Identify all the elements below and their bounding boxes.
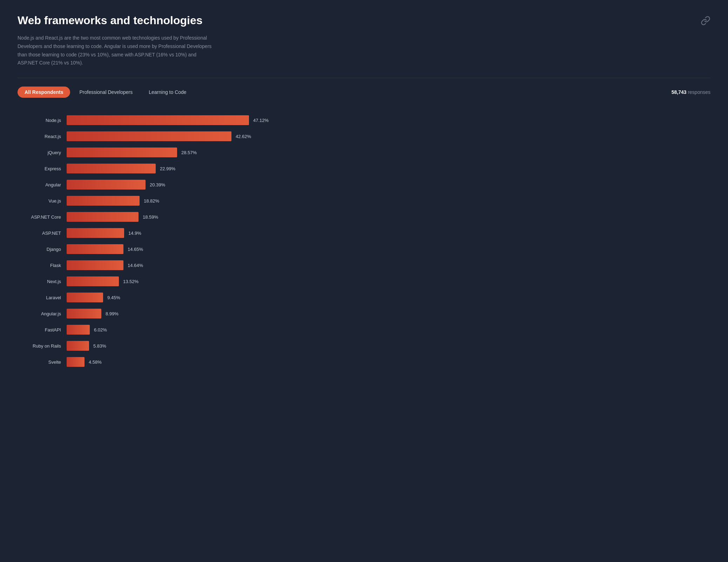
chart-row: Flask14.64%: [18, 260, 710, 270]
bar-value: 22.99%: [160, 166, 175, 171]
chart-row: Next.js13.52%: [18, 276, 710, 286]
page-description: Node.js and React.js are the two most co…: [18, 34, 214, 67]
bar-fill: [67, 164, 156, 173]
bar-fill: [67, 357, 85, 367]
section-divider: [18, 78, 710, 78]
chart-container: Node.js47.12%React.js42.62%jQuery28.57%E…: [18, 115, 710, 367]
bar-area: 20.39%: [67, 180, 710, 190]
bar-fill: [67, 196, 140, 206]
bar-area: 14.9%: [67, 228, 710, 238]
bar-label: Angular: [18, 182, 67, 187]
bar-label: Django: [18, 247, 67, 252]
bar-value: 6.02%: [94, 327, 107, 333]
bar-fill: [67, 325, 90, 335]
bar-fill: [67, 276, 119, 286]
bar-area: 18.59%: [67, 212, 710, 222]
bar-value: 20.39%: [150, 182, 165, 187]
filter-bar: All Respondents Professional Developers …: [18, 87, 710, 98]
bar-area: 9.45%: [67, 293, 710, 302]
chart-row: Angular20.39%: [18, 180, 710, 190]
bar-fill: [67, 260, 123, 270]
link-icon[interactable]: [701, 16, 710, 26]
bar-label: Next.js: [18, 279, 67, 284]
filter-tabs: All Respondents Professional Developers …: [18, 87, 194, 98]
chart-row: Django14.65%: [18, 244, 710, 254]
bar-label: Angular.js: [18, 311, 67, 316]
bar-value: 13.52%: [123, 279, 139, 284]
bar-fill: [67, 244, 123, 254]
chart-row: Node.js47.12%: [18, 115, 710, 125]
tab-professional-developers[interactable]: Professional Developers: [72, 87, 140, 98]
bar-fill: [67, 293, 103, 302]
chart-row: Express22.99%: [18, 164, 710, 173]
chart-row: ASP.NET Core18.59%: [18, 212, 710, 222]
chart-row: Laravel9.45%: [18, 293, 710, 302]
bar-fill: [67, 148, 177, 157]
bar-value: 47.12%: [253, 118, 269, 123]
bar-area: 42.62%: [67, 131, 710, 141]
bar-fill: [67, 115, 249, 125]
bar-area: 22.99%: [67, 164, 710, 173]
bar-value: 5.83%: [93, 343, 106, 349]
bar-value: 42.62%: [236, 134, 251, 139]
bar-label: ASP.NET: [18, 231, 67, 236]
bar-area: 5.83%: [67, 341, 710, 351]
chart-row: Vue.js18.82%: [18, 196, 710, 206]
bar-fill: [67, 341, 89, 351]
bar-value: 14.64%: [128, 263, 143, 268]
bar-area: 13.52%: [67, 276, 710, 286]
bar-label: jQuery: [18, 150, 67, 155]
bar-label: Node.js: [18, 118, 67, 123]
bar-label: Express: [18, 166, 67, 171]
bar-fill: [67, 180, 146, 190]
bar-area: 8.99%: [67, 309, 710, 318]
bar-area: 47.12%: [67, 115, 710, 125]
bar-fill: [67, 228, 124, 238]
bar-label: Vue.js: [18, 198, 67, 204]
bar-label: Flask: [18, 263, 67, 268]
bar-value: 18.82%: [144, 198, 159, 204]
bar-area: 14.64%: [67, 260, 710, 270]
bar-area: 4.58%: [67, 357, 710, 367]
bar-fill: [67, 309, 101, 318]
page-title: Web frameworks and technologies: [18, 14, 710, 27]
bar-label: Svelte: [18, 359, 67, 365]
bar-label: React.js: [18, 134, 67, 139]
bar-label: ASP.NET Core: [18, 214, 67, 220]
bar-label: FastAPI: [18, 327, 67, 333]
chart-row: Ruby on Rails5.83%: [18, 341, 710, 351]
bar-value: 14.65%: [128, 247, 143, 252]
bar-area: 28.57%: [67, 148, 710, 157]
bar-area: 14.65%: [67, 244, 710, 254]
bar-value: 18.59%: [143, 214, 158, 220]
bar-fill: [67, 131, 231, 141]
bar-fill: [67, 212, 139, 222]
tab-all-respondents[interactable]: All Respondents: [18, 87, 70, 98]
response-count: 58,743 responses: [672, 89, 710, 95]
bar-value: 8.99%: [106, 311, 119, 316]
chart-row: ASP.NET14.9%: [18, 228, 710, 238]
bar-value: 9.45%: [107, 295, 120, 300]
bar-area: 6.02%: [67, 325, 710, 335]
tab-learning-to-code[interactable]: Learning to Code: [142, 87, 193, 98]
chart-row: FastAPI6.02%: [18, 325, 710, 335]
chart-row: Angular.js8.99%: [18, 309, 710, 318]
bar-value: 14.9%: [128, 231, 141, 236]
bar-value: 28.57%: [181, 150, 197, 155]
chart-row: React.js42.62%: [18, 131, 710, 141]
chart-row: jQuery28.57%: [18, 148, 710, 157]
chart-row: Svelte4.58%: [18, 357, 710, 367]
bar-area: 18.82%: [67, 196, 710, 206]
bar-value: 4.58%: [89, 359, 102, 365]
bar-label: Laravel: [18, 295, 67, 300]
bar-label: Ruby on Rails: [18, 343, 67, 349]
